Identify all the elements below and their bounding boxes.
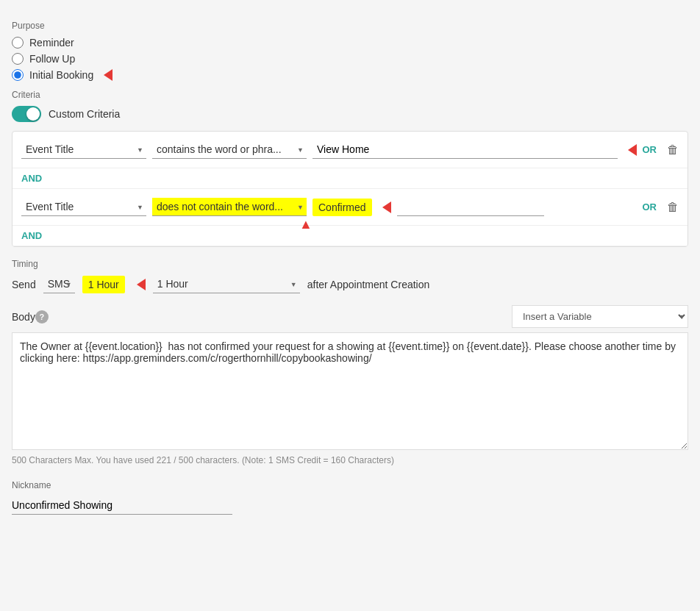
timing-row: Send SMS 1 Hour 1 Hour after Appointment… xyxy=(12,275,688,293)
char-count: 500 Characters Max. You have used 221 / … xyxy=(12,455,688,465)
duration-select-wrapper: 1 Hour xyxy=(153,275,300,293)
body-header: Body ? Insert a Variable xyxy=(12,305,688,328)
radio-reminder[interactable]: Reminder xyxy=(12,37,688,49)
field-select-wrapper-2: Event Title xyxy=(21,198,146,216)
row2-arrow-icon xyxy=(382,201,391,213)
toggle-thumb xyxy=(26,107,40,121)
criteria-row-1: Event Title contains the word or phra...… xyxy=(12,132,688,168)
value-input-2-hidden[interactable] xyxy=(397,198,544,216)
radio-initialbooking[interactable]: Initial Booking xyxy=(12,69,688,81)
duration-highlight: 1 Hour xyxy=(82,276,125,293)
custom-criteria-toggle[interactable] xyxy=(12,106,41,122)
field-select-2[interactable]: Event Title xyxy=(21,198,146,216)
timing-section: Timing Send SMS 1 Hour 1 Hour after Appo… xyxy=(12,259,688,293)
body-label-group: Body ? xyxy=(12,310,53,324)
value-input-1[interactable] xyxy=(312,140,618,159)
toggle-row: Custom Criteria xyxy=(12,106,688,122)
purpose-radio-group: Reminder Follow Up Initial Booking xyxy=(12,37,688,81)
duration-text: 1 Hour xyxy=(88,279,119,290)
row1-arrow-icon xyxy=(628,144,637,156)
insert-variable-select[interactable]: Insert a Variable xyxy=(512,305,688,328)
condition-select-wrapper-1: contains the word or phra... xyxy=(152,140,307,159)
condition-up-arrow-icon: ▲ xyxy=(299,217,312,232)
or-label-2[interactable]: OR xyxy=(643,201,657,212)
radio-followup[interactable]: Follow Up xyxy=(12,53,688,65)
custom-criteria-label: Custom Criteria xyxy=(49,108,120,120)
radio-followup-label: Follow Up xyxy=(29,53,75,65)
criteria-row-2: Event Title does not contain the word...… xyxy=(12,189,688,225)
timing-label: Timing xyxy=(12,259,688,269)
help-icon[interactable]: ? xyxy=(35,310,49,324)
toggle-track xyxy=(12,106,41,122)
radio-reminder-input[interactable] xyxy=(12,37,24,49)
after-label: after Appointment Creation xyxy=(307,279,430,290)
insert-variable-wrapper: Insert a Variable xyxy=(512,305,688,328)
body-section: Body ? Insert a Variable The Owner at {{… xyxy=(12,305,688,465)
radio-reminder-label: Reminder xyxy=(29,37,74,49)
body-textarea[interactable]: The Owner at {{event.location}} has not … xyxy=(12,332,688,450)
char-count-text: 500 Characters Max. You have used 221 / … xyxy=(12,455,240,465)
condition-select-wrapper-2: does not contain the word... xyxy=(152,198,307,216)
nickname-input[interactable] xyxy=(12,496,232,515)
nickname-label: Nickname xyxy=(12,480,688,490)
method-select-wrapper: SMS xyxy=(43,275,75,293)
condition-select-1[interactable]: contains the word or phra... xyxy=(152,140,307,159)
char-note: (Note: 1 SMS Credit = 160 Characters) xyxy=(242,455,394,465)
timing-arrow-icon xyxy=(137,279,146,290)
duration-select[interactable]: 1 Hour xyxy=(153,275,300,293)
radio-initialbooking-input[interactable] xyxy=(12,69,24,81)
and-divider-1: AND xyxy=(12,168,688,189)
delete-icon-2[interactable]: 🗑 xyxy=(667,201,679,214)
field-select-wrapper-1: Event Title xyxy=(21,140,146,159)
and-divider-2: AND xyxy=(12,225,688,246)
initialbooking-arrow-icon xyxy=(104,69,113,81)
criteria-section: Criteria Custom Criteria Event Title con… xyxy=(12,90,688,247)
delete-icon-1[interactable]: 🗑 xyxy=(667,143,679,157)
field-select-1[interactable]: Event Title xyxy=(21,140,146,159)
send-label: Send xyxy=(12,279,36,290)
body-label: Body xyxy=(12,311,35,323)
nickname-section: Nickname xyxy=(12,480,688,515)
radio-followup-input[interactable] xyxy=(12,53,24,65)
criteria-label: Criteria xyxy=(12,90,688,100)
value-text-2: Confirmed xyxy=(318,201,366,213)
purpose-label: Purpose xyxy=(12,21,688,31)
radio-initialbooking-label: Initial Booking xyxy=(29,69,93,81)
criteria-container: Event Title contains the word or phra...… xyxy=(12,131,688,247)
condition-select-2[interactable]: does not contain the word... xyxy=(152,198,307,216)
method-select[interactable]: SMS xyxy=(43,275,75,293)
value-highlight-2: Confirmed xyxy=(312,199,372,216)
or-label-1[interactable]: OR xyxy=(643,144,657,155)
